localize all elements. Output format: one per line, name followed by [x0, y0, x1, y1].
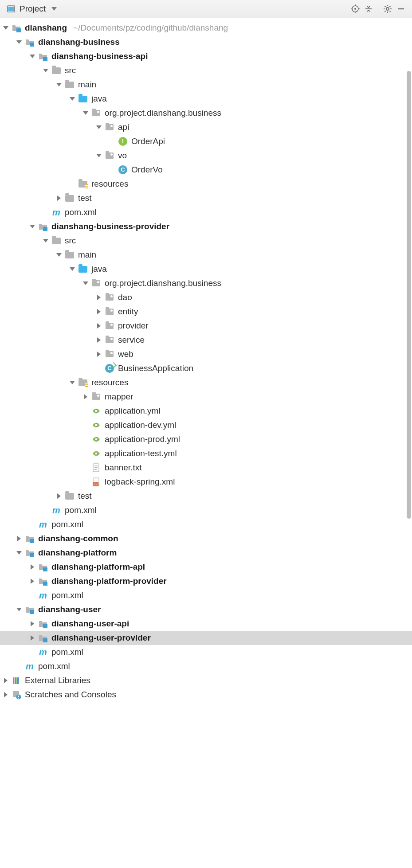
tree-row[interactable]: java	[0, 262, 412, 276]
expand-toggle[interactable]	[56, 195, 62, 201]
tree-row[interactable]: <>logback-spring.xml	[0, 475, 412, 489]
svg-rect-57	[43, 582, 47, 586]
tree-row[interactable]: pom.xml	[0, 517, 412, 532]
svg-rect-20	[30, 43, 34, 47]
tree-node-label: pom.xml	[51, 588, 83, 602]
tree-row[interactable]: IOrderApi	[0, 134, 412, 149]
tree-row[interactable]: dianshang ~/Documents/pz/coding/github/d…	[0, 21, 412, 35]
tree-node-label: mapper	[104, 390, 133, 404]
tree-node-label: BusinessApplication	[117, 361, 193, 375]
source-folder-icon	[78, 264, 88, 274]
tree-row[interactable]: org.project.dianshang.business	[0, 106, 412, 120]
tree-row[interactable]: External Libraries	[0, 673, 412, 688]
expand-toggle[interactable]	[96, 309, 102, 314]
locate-button[interactable]	[349, 2, 362, 16]
tree-row[interactable]: dao	[0, 290, 412, 305]
tree-row[interactable]: pom.xml	[0, 645, 412, 659]
tree-row[interactable]: dianshang-platform	[0, 546, 412, 560]
tree-row[interactable]: dianshang-business-api	[0, 49, 412, 63]
expand-toggle[interactable]	[29, 621, 35, 626]
collapse-all-button[interactable]	[362, 2, 375, 16]
expand-toggle[interactable]	[16, 40, 22, 44]
expand-toggle[interactable]	[29, 55, 35, 58]
svg-rect-19	[16, 28, 21, 32]
tree-row[interactable]: src	[0, 234, 412, 248]
tree-row[interactable]: pom.xml	[0, 659, 412, 673]
tree-row[interactable]: dianshang-user-provider	[0, 631, 412, 645]
hide-button[interactable]	[394, 2, 408, 16]
expand-toggle[interactable]	[96, 154, 102, 157]
tree-row[interactable]: application-prod.yml	[0, 432, 412, 446]
expand-toggle[interactable]	[29, 579, 35, 584]
tree-row[interactable]: service	[0, 333, 412, 347]
yaml-file-icon	[91, 406, 101, 416]
tree-row[interactable]: vo	[0, 149, 412, 163]
tree-row[interactable]: main	[0, 248, 412, 262]
expand-toggle[interactable]	[3, 678, 9, 683]
expand-toggle[interactable]	[96, 295, 102, 300]
tree-row[interactable]: application-dev.yml	[0, 418, 412, 432]
expand-toggle[interactable]	[69, 381, 75, 384]
expand-toggle[interactable]	[96, 352, 102, 357]
expand-toggle[interactable]	[43, 239, 49, 242]
tree-row[interactable]: test	[0, 191, 412, 205]
tree-row[interactable]: dianshang-common	[0, 532, 412, 546]
scratches-icon	[12, 690, 21, 700]
expand-toggle[interactable]	[43, 69, 49, 72]
tree-row[interactable]: java	[0, 92, 412, 106]
tree-row[interactable]: mapper	[0, 390, 412, 404]
expand-toggle[interactable]	[96, 337, 102, 343]
tree-row[interactable]: resources	[0, 375, 412, 390]
expand-toggle[interactable]	[16, 551, 22, 555]
tree-row[interactable]: org.project.dianshang.business	[0, 276, 412, 290]
expand-toggle[interactable]	[29, 564, 35, 570]
tree-row[interactable]: src	[0, 63, 412, 78]
expand-toggle[interactable]	[56, 83, 62, 86]
tree-row[interactable]: api	[0, 120, 412, 134]
scrollbar[interactable]	[407, 71, 411, 519]
tree-row[interactable]: application.yml	[0, 404, 412, 418]
expand-toggle[interactable]	[56, 493, 62, 499]
expand-toggle[interactable]	[69, 97, 75, 101]
expand-toggle[interactable]	[3, 26, 9, 30]
expand-toggle[interactable]	[29, 635, 35, 641]
tree-row[interactable]: banner.txt	[0, 461, 412, 475]
tree-row[interactable]: COrderVo	[0, 163, 412, 177]
expand-toggle[interactable]	[69, 267, 75, 271]
tree-row[interactable]: dianshang-business-provider	[0, 219, 412, 234]
expand-toggle[interactable]	[96, 125, 102, 129]
tree-row[interactable]: resources	[0, 177, 412, 191]
tree-node-label: pom.xml	[64, 205, 97, 219]
expand-toggle[interactable]	[82, 394, 89, 399]
expand-toggle[interactable]	[16, 536, 22, 541]
expand-toggle[interactable]	[16, 608, 22, 611]
tree-row[interactable]: pom.xml	[0, 588, 412, 602]
tree-row[interactable]: dianshang-platform-api	[0, 560, 412, 574]
tree-row[interactable]: dianshang-platform-provider	[0, 574, 412, 588]
settings-button[interactable]	[381, 2, 394, 16]
tree-row[interactable]: provider	[0, 319, 412, 333]
tree-row[interactable]: web	[0, 347, 412, 361]
tree-row[interactable]: entity	[0, 305, 412, 319]
tree-node-label: dianshang-platform-api	[51, 560, 145, 574]
expand-toggle[interactable]	[82, 111, 89, 115]
expand-toggle[interactable]	[56, 253, 62, 257]
project-tree[interactable]: dianshang ~/Documents/pz/coding/github/d…	[0, 18, 412, 702]
tree-row[interactable]: pom.xml	[0, 205, 412, 219]
project-view-dropdown[interactable]: Project	[6, 4, 59, 14]
svg-rect-21	[43, 57, 47, 61]
tree-row[interactable]: dianshang-business	[0, 35, 412, 49]
tree-row[interactable]: test	[0, 489, 412, 503]
tree-row[interactable]: Scratches and Consoles	[0, 688, 412, 702]
expand-toggle[interactable]	[96, 323, 102, 328]
tree-row[interactable]: CBusinessApplication	[0, 361, 412, 375]
expand-toggle[interactable]	[29, 225, 35, 228]
expand-toggle[interactable]	[82, 282, 89, 285]
tree-row[interactable]: dianshang-user-api	[0, 617, 412, 631]
tree-row[interactable]: application-test.yml	[0, 446, 412, 461]
expand-toggle[interactable]	[3, 692, 9, 697]
svg-rect-61	[13, 677, 15, 684]
tree-row[interactable]: main	[0, 78, 412, 92]
tree-row[interactable]: pom.xml	[0, 503, 412, 517]
tree-row[interactable]: dianshang-user	[0, 602, 412, 617]
